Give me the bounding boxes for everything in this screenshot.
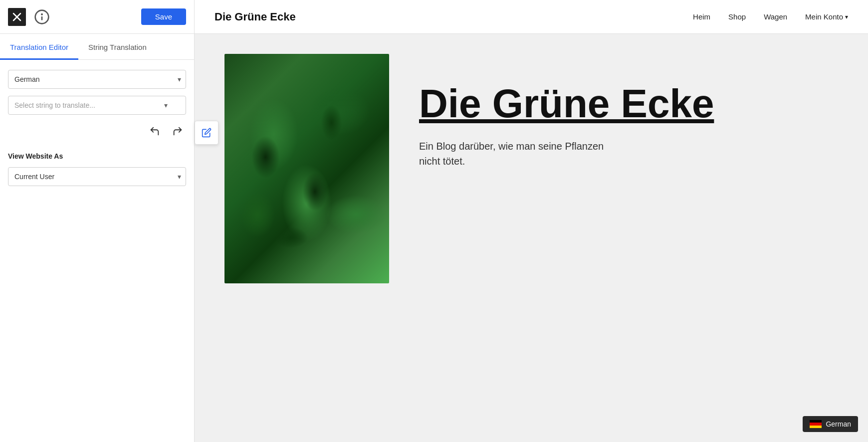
mein-konto-label: Mein Konto [805, 12, 843, 21]
nav-link-wagen[interactable]: Wagen [764, 12, 787, 21]
nav-links: Heim Shop Wagen Mein Konto ▾ [693, 12, 848, 21]
tab-string-translation[interactable]: String Translation [78, 34, 157, 60]
nav-link-shop[interactable]: Shop [728, 12, 746, 21]
mein-konto-chevron-icon: ▾ [845, 13, 848, 20]
language-indicator[interactable]: German [803, 416, 858, 432]
view-as-dropdown-wrap: Current User Guest Admin ▾ [8, 167, 186, 186]
content-inner: Die Grüne Ecke Ein Blog darüber, wie man… [195, 34, 868, 442]
view-as-select[interactable]: Current User Guest Admin [8, 167, 186, 186]
language-dropdown-wrap: German French Spanish Italian ▾ [8, 70, 186, 89]
language-indicator-label: German [826, 420, 851, 428]
close-button[interactable] [8, 8, 26, 26]
info-button[interactable] [34, 9, 50, 25]
undo-redo-bar [8, 122, 186, 143]
site-title: Die Grüne Ecke [215, 10, 296, 23]
string-select-wrap: Select string to translate... ▾ [8, 96, 186, 115]
close-icon [12, 12, 21, 21]
sidebar-topbar: Save [0, 0, 194, 34]
string-dropdown-arrow: ▾ [164, 101, 168, 109]
sidebar: Save Translation Editor String Translati… [0, 0, 195, 442]
hero-image-wrap [224, 54, 389, 283]
german-flag-icon [810, 420, 822, 428]
undo-button[interactable] [146, 124, 163, 141]
string-select-placeholder: Select string to translate... [14, 101, 95, 109]
language-select[interactable]: German French Spanish Italian [8, 70, 186, 89]
string-select-dropdown[interactable]: Select string to translate... ▾ [8, 96, 186, 115]
info-icon [34, 9, 50, 25]
hero-heading: Die Grüne Ecke [419, 84, 868, 124]
hero-subtext: Ein Blog darüber, wie man seine Pflanzen… [419, 139, 609, 169]
edit-fab-button[interactable] [195, 121, 218, 145]
hero-image [224, 54, 389, 283]
nav-link-mein-konto[interactable]: Mein Konto ▾ [805, 12, 848, 21]
pencil-icon [202, 128, 212, 138]
main-content-area: Die Grüne Ecke Heim Shop Wagen Mein Kont… [195, 0, 868, 442]
flag-gold-stripe [810, 426, 822, 428]
view-website-as-label: View Website As [8, 152, 186, 160]
top-nav: Die Grüne Ecke Heim Shop Wagen Mein Kont… [195, 0, 868, 34]
hero-text: Die Grüne Ecke Ein Blog darüber, wie man… [419, 54, 868, 169]
save-button[interactable]: Save [141, 8, 186, 25]
redo-button[interactable] [169, 124, 186, 141]
sidebar-body: German French Spanish Italian ▾ Select s… [0, 60, 194, 196]
nav-link-heim[interactable]: Heim [693, 12, 710, 21]
tab-translation-editor[interactable]: Translation Editor [0, 34, 78, 60]
sidebar-tabs: Translation Editor String Translation [0, 34, 194, 60]
website-preview[interactable]: Die Grüne Ecke Ein Blog darüber, wie man… [195, 34, 868, 442]
